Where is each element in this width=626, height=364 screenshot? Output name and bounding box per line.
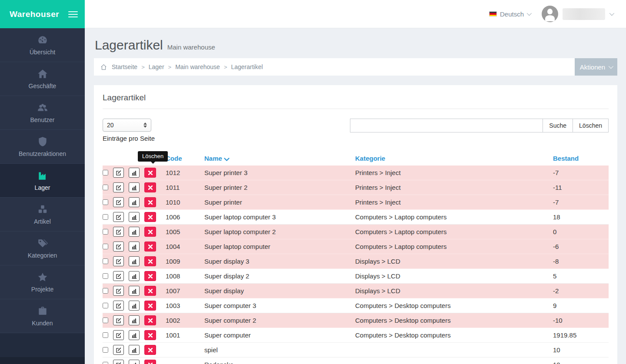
delete-button[interactable]: [144, 345, 156, 355]
username-redacted: [563, 8, 605, 20]
delete-button[interactable]: [144, 271, 156, 281]
table-row: 1005 Super laptop computer 2 Computers >…: [103, 225, 609, 239]
top-bar: Deutsch: [85, 0, 626, 28]
row-checkbox[interactable]: [103, 332, 108, 338]
cell-code: 1004: [166, 239, 204, 254]
breadcrumb-link-lager[interactable]: Lager: [149, 63, 164, 70]
chart-button[interactable]: [129, 212, 140, 222]
edit-button[interactable]: [113, 168, 124, 178]
items-table: Code Name Kategorie Bestand: [103, 151, 609, 364]
edit-button[interactable]: [113, 360, 124, 364]
row-checkbox[interactable]: [103, 170, 108, 175]
panel-heading: Lagerartikel: [103, 93, 609, 109]
edit-icon: [116, 229, 122, 235]
edit-button[interactable]: [113, 330, 124, 340]
row-checkbox[interactable]: [103, 214, 108, 220]
row-checkbox[interactable]: [103, 303, 108, 308]
row-checkbox[interactable]: [103, 244, 108, 249]
delete-button[interactable]: [144, 242, 156, 251]
edit-button[interactable]: [113, 212, 124, 222]
delete-button[interactable]: [144, 182, 156, 192]
cell-category: Computers > Desktop computers: [355, 328, 553, 343]
sidebar-item-projekte[interactable]: Projekte: [0, 265, 85, 299]
chart-button[interactable]: [129, 315, 140, 325]
row-checkbox[interactable]: [103, 273, 108, 279]
sidebar-item-benutzeraktionen[interactable]: Benutzeraktionen: [0, 130, 85, 164]
x-icon: [148, 304, 153, 308]
row-checkbox[interactable]: [103, 185, 108, 190]
delete-button[interactable]: [144, 212, 156, 222]
sidebar-item-artikel[interactable]: Artikel: [0, 198, 85, 232]
edit-button[interactable]: [113, 345, 124, 355]
delete-button[interactable]: [144, 227, 156, 237]
delete-button[interactable]: [144, 301, 156, 311]
column-bestand[interactable]: Bestand: [553, 151, 609, 165]
row-checkbox[interactable]: [103, 362, 108, 364]
delete-button[interactable]: [144, 315, 156, 325]
delete-button[interactable]: [144, 360, 156, 364]
page-size-select[interactable]: 20: [103, 119, 151, 132]
delete-button[interactable]: [144, 197, 156, 207]
edit-button[interactable]: [113, 182, 124, 192]
user-menu[interactable]: [542, 6, 613, 22]
chart-button[interactable]: [129, 168, 140, 178]
chart-button[interactable]: [129, 286, 140, 296]
search-input[interactable]: [350, 119, 543, 132]
row-checkbox[interactable]: [103, 288, 108, 294]
column-name[interactable]: Name: [204, 151, 355, 165]
row-checkbox[interactable]: [103, 258, 108, 264]
row-checkbox[interactable]: [103, 229, 108, 235]
table-row: 1009 Super display 3 Displays > LCD -8: [103, 254, 609, 269]
edit-button[interactable]: [113, 301, 124, 311]
hamburger-menu-icon[interactable]: [68, 10, 78, 19]
edit-button[interactable]: [113, 227, 124, 237]
delete-button[interactable]: [144, 286, 156, 296]
cell-code: 1008: [166, 269, 204, 284]
column-kategorie[interactable]: Kategorie: [355, 151, 553, 165]
column-code[interactable]: Code: [166, 151, 204, 165]
search-button[interactable]: Suche: [543, 119, 573, 132]
breadcrumb: Startseite > Lager > Main warehouse > La…: [100, 63, 263, 70]
app-logo[interactable]: Warehouser: [10, 10, 59, 19]
sidebar-item-kategorien[interactable]: Kategorien: [0, 232, 85, 265]
sidebar-item-label: Kategorien: [28, 252, 57, 259]
chart-button[interactable]: [129, 330, 140, 340]
edit-button[interactable]: [113, 271, 124, 281]
row-checkbox[interactable]: [103, 347, 108, 353]
chart-button[interactable]: [129, 197, 140, 207]
chart-button[interactable]: [129, 227, 140, 237]
chart-button[interactable]: [129, 182, 140, 192]
sidebar-item-lager[interactable]: Lager: [0, 164, 85, 198]
chart-button[interactable]: [129, 256, 140, 266]
cell-code: 1011: [166, 180, 204, 195]
chart-button[interactable]: [129, 345, 140, 355]
row-checkbox[interactable]: [103, 199, 108, 205]
bar-chart-icon: [131, 244, 137, 250]
app-window: Warehouser Deutsch Übersicht Geschäfte B…: [0, 0, 626, 364]
page-header: Lagerartikel Main warehouse: [85, 28, 626, 53]
delete-button[interactable]: [144, 256, 156, 266]
edit-button[interactable]: [113, 286, 124, 296]
row-checkbox[interactable]: [103, 318, 108, 323]
language-selector[interactable]: Deutsch: [489, 10, 530, 18]
sidebar-item-kunden[interactable]: Kunden: [0, 299, 85, 333]
home-icon: [37, 68, 48, 79]
users-icon: [37, 102, 48, 113]
sidebar-item-benutzer[interactable]: Benutzer: [0, 96, 85, 130]
breadcrumb-link-main-warehouse[interactable]: Main warehouse: [175, 63, 220, 70]
delete-button[interactable]: [144, 330, 156, 340]
edit-button[interactable]: [113, 315, 124, 325]
edit-button[interactable]: [113, 256, 124, 266]
sidebar-item-uebersicht[interactable]: Übersicht: [0, 28, 85, 62]
breadcrumb-link-startseite[interactable]: Startseite: [112, 63, 137, 70]
chart-button[interactable]: [129, 360, 140, 364]
edit-button[interactable]: [113, 242, 124, 251]
edit-button[interactable]: [113, 197, 124, 207]
delete-button[interactable]: [144, 168, 156, 178]
chart-button[interactable]: [129, 242, 140, 251]
chart-button[interactable]: [129, 271, 140, 281]
sidebar-item-geschaefte[interactable]: Geschäfte: [0, 62, 85, 96]
chart-button[interactable]: [129, 301, 140, 311]
aktionen-button[interactable]: Aktionen: [575, 58, 617, 76]
clear-search-button[interactable]: Löschen: [573, 119, 609, 132]
